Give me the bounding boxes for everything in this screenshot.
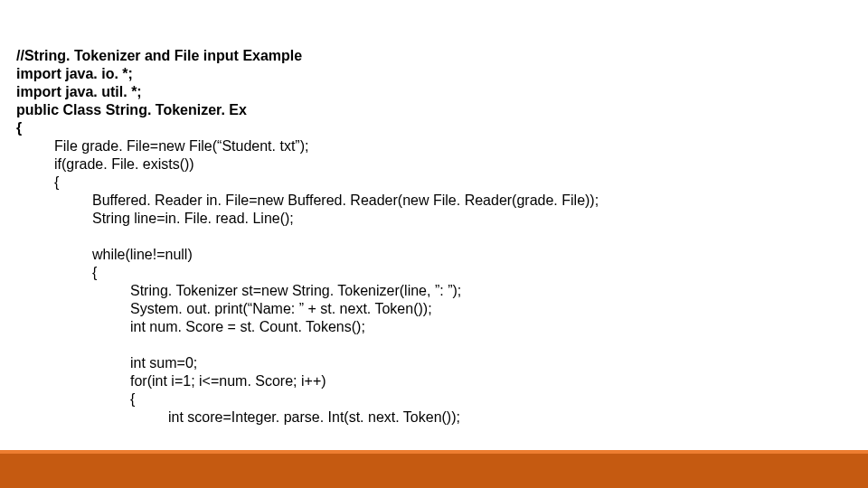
code-line: //String. Tokenizer and File input Examp…: [16, 48, 302, 63]
code-line: Buffered. Reader in. File=new Buffered. …: [92, 192, 599, 208]
code-line: import java. io. *;: [16, 66, 133, 81]
code-line: import java. util. *;: [16, 84, 142, 99]
code-line: for(int i=1; i<=num. Score; i++): [130, 373, 326, 389]
code-block: //String. Tokenizer and File input Examp…: [16, 29, 868, 427]
code-line: File grade. File=new File(“Student. txt”…: [54, 138, 308, 154]
code-line: int sum=0;: [130, 355, 197, 371]
code-line: if(grade. File. exists()): [54, 156, 194, 172]
footer-bar: [0, 454, 868, 488]
slide: //String. Tokenizer and File input Examp…: [0, 0, 868, 488]
code-line: {: [54, 174, 59, 190]
code-line: while(line!=null): [92, 247, 193, 262]
code-line: {: [130, 391, 135, 407]
code-line: int num. Score = st. Count. Tokens();: [130, 319, 365, 334]
code-line: {: [92, 265, 97, 280]
code-line: System. out. print(“Name: ” + st. next. …: [130, 301, 432, 316]
code-line: String line=in. File. read. Line();: [92, 211, 294, 226]
code-line: String. Tokenizer st=new String. Tokeniz…: [130, 283, 461, 298]
code-line: int score=Integer. parse. Int(st. next. …: [168, 409, 460, 425]
code-line: public Class String. Tokenizer. Ex: [16, 102, 247, 117]
code-line: {: [16, 120, 22, 136]
